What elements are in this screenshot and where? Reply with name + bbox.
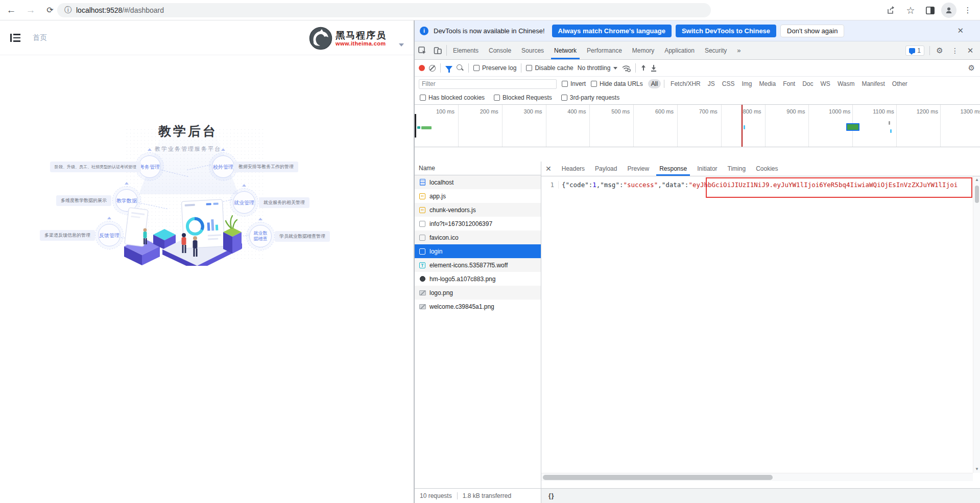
detail-tab-response[interactable]: Response xyxy=(654,162,692,176)
clear-network-log-icon[interactable] xyxy=(429,65,436,72)
network-overview-timeline[interactable]: 100 ms200 ms300 ms400 ms500 ms600 ms700 … xyxy=(415,105,980,147)
banner-close-icon[interactable]: ✕ xyxy=(957,26,964,35)
logo-caret-icon[interactable] xyxy=(399,43,404,47)
address-bar[interactable]: ⓘ localhost:9528/#/dashboard xyxy=(57,3,711,17)
scroll-up-icon[interactable]: ▲ xyxy=(973,176,980,184)
devtools-settings-icon[interactable]: ⚙ xyxy=(932,46,947,55)
bookmark-star-icon[interactable]: ☆ xyxy=(902,2,919,18)
sidebar-toggle-icon[interactable] xyxy=(10,34,20,42)
request-row-login[interactable]: login xyxy=(415,244,541,258)
filter-type-doc[interactable]: Doc xyxy=(799,79,816,88)
has-blocked-cookies-checkbox[interactable]: Has blocked cookies xyxy=(420,94,485,101)
detail-tab-preview[interactable]: Preview xyxy=(622,162,654,176)
response-line: 1 {"code":1,"msg":"success","data":"eyJh… xyxy=(541,181,958,189)
tab-console[interactable]: Console xyxy=(484,41,516,59)
scroll-down-icon[interactable]: ▼ xyxy=(973,466,980,473)
import-har-icon[interactable] xyxy=(640,65,647,72)
preserve-log-checkbox[interactable]: Preserve log xyxy=(473,64,516,72)
reload-icon[interactable]: ⟳ xyxy=(42,2,58,18)
detail-tab-headers[interactable]: Headers xyxy=(557,162,590,176)
network-conditions-icon[interactable] xyxy=(622,64,631,72)
network-settings-icon[interactable]: ⚙ xyxy=(968,63,975,73)
tab-network[interactable]: Network xyxy=(549,41,582,59)
forward-icon[interactable]: → xyxy=(22,2,39,18)
response-horizontal-scrollbar[interactable] xyxy=(541,473,973,481)
switch-to-chinese-button[interactable]: Switch DevTools to Chinese xyxy=(676,25,776,37)
tab-application[interactable]: Application xyxy=(659,41,700,59)
tab-security[interactable]: Security xyxy=(700,41,732,59)
filter-type-media[interactable]: Media xyxy=(756,79,779,88)
filter-type-js[interactable]: JS xyxy=(705,79,718,88)
hide-data-urls-checkbox[interactable]: Hide data URLs xyxy=(591,80,643,87)
feature-circle-2[interactable]: 校外管理 xyxy=(212,155,234,178)
filter-type-manifest[interactable]: Manifest xyxy=(858,79,888,88)
devtools-menu-icon[interactable]: ⋮ xyxy=(947,47,963,55)
request-row-hm-logo5-a107c883-png[interactable]: hm-logo5.a107c883.png xyxy=(415,272,541,286)
site-info-icon[interactable]: ⓘ xyxy=(64,6,71,15)
request-list-header[interactable]: Name xyxy=(415,162,541,175)
filter-type-css[interactable]: CSS xyxy=(719,79,738,88)
timeline-dom-tick xyxy=(744,125,745,129)
breadcrumb[interactable]: 首页 xyxy=(33,33,47,42)
filter-type-fetchxhr[interactable]: Fetch/XHR xyxy=(667,79,704,88)
filter-type-all[interactable]: All xyxy=(648,79,661,88)
invert-checkbox[interactable]: Invert xyxy=(562,80,586,87)
vertical-scroll-thumb[interactable] xyxy=(975,186,979,203)
throttling-select[interactable]: No throttling xyxy=(578,64,618,72)
filter-icon[interactable] xyxy=(445,66,452,71)
device-toolbar-icon[interactable] xyxy=(430,41,445,59)
request-row-welcome-c39845a1-png[interactable]: welcome.c39845a1.png xyxy=(415,300,541,313)
pretty-print-button[interactable]: {} xyxy=(548,492,554,499)
dont-show-again-button[interactable]: Don't show again xyxy=(780,25,844,37)
share-icon[interactable] xyxy=(883,2,899,18)
search-icon[interactable] xyxy=(457,64,464,72)
blocked-requests-checkbox[interactable]: Blocked Requests xyxy=(494,94,552,101)
request-row-app-js[interactable]: ‹›app.js xyxy=(415,189,541,203)
feature-circle-5[interactable]: 反馈管理 xyxy=(98,224,121,246)
filter-input[interactable] xyxy=(419,79,557,89)
record-network-log-icon[interactable] xyxy=(419,65,425,71)
request-row-favicon-ico[interactable]: favicon.ico xyxy=(415,231,541,244)
request-row-localhost[interactable]: localhost xyxy=(415,175,541,189)
detail-tab-timing[interactable]: Timing xyxy=(723,162,751,176)
tab-performance[interactable]: Performance xyxy=(582,41,627,59)
detail-tab-initiator[interactable]: Initiator xyxy=(692,162,722,176)
export-har-icon[interactable] xyxy=(651,65,657,72)
profile-avatar[interactable] xyxy=(941,3,957,18)
horizontal-scroll-thumb[interactable] xyxy=(543,475,773,480)
side-panel-icon[interactable] xyxy=(922,2,938,18)
match-language-button[interactable]: Always match Chrome's language xyxy=(552,25,672,37)
filter-type-other[interactable]: Other xyxy=(889,79,911,88)
app-logo[interactable]: 黑马程序员 www.itheima.com xyxy=(309,25,411,52)
request-row-chunk-vendors-js[interactable]: ‹›chunk-vendors.js xyxy=(415,203,541,217)
tab-sources[interactable]: Sources xyxy=(516,41,549,59)
request-row-info-t-1673012006397[interactable]: info?t=1673012006397 xyxy=(415,217,541,231)
more-tabs-icon[interactable]: » xyxy=(732,41,746,59)
back-icon[interactable]: ← xyxy=(3,2,19,18)
detail-tab-cookies[interactable]: Cookies xyxy=(751,162,783,176)
timeline-handle[interactable] xyxy=(415,114,416,138)
devtools-close-icon[interactable]: ✕ xyxy=(963,46,978,55)
feature-label-6: 学员就业数据稽查管理 xyxy=(275,231,330,242)
filter-type-img[interactable]: Img xyxy=(738,79,755,88)
detail-close-icon[interactable]: ✕ xyxy=(541,162,557,176)
third-party-requests-checkbox[interactable]: 3rd-party requests xyxy=(561,94,619,101)
request-row-element-icons-535877f5-woff[interactable]: Telement-icons.535877f5.woff xyxy=(415,258,541,272)
feature-circle-6[interactable]: 就业数据稽查 xyxy=(249,225,272,247)
browser-menu-icon[interactable]: ⋮ xyxy=(960,2,976,18)
request-row-logo-png[interactable]: logo.png xyxy=(415,286,541,300)
response-vertical-scrollbar[interactable]: ▲ ▼ xyxy=(973,176,980,473)
filter-type-wasm[interactable]: Wasm xyxy=(834,79,858,88)
timeline-selected-request-bar[interactable] xyxy=(846,123,859,131)
filter-type-ws[interactable]: WS xyxy=(818,79,833,88)
response-body[interactable]: 1 {"code":1,"msg":"success","data":"eyJh… xyxy=(541,176,973,473)
issues-badge[interactable]: 1 xyxy=(905,45,924,56)
tab-elements[interactable]: Elements xyxy=(448,41,484,59)
inspect-element-icon[interactable] xyxy=(415,41,430,59)
feature-circle-1[interactable]: 考务管理 xyxy=(138,155,161,178)
filter-type-font[interactable]: Font xyxy=(780,79,798,88)
network-status-bar: 10 requests 1.8 kB transferred {} xyxy=(415,488,980,503)
detail-tab-payload[interactable]: Payload xyxy=(590,162,622,176)
disable-cache-checkbox[interactable]: Disable cache xyxy=(526,64,573,72)
tab-memory[interactable]: Memory xyxy=(627,41,659,59)
